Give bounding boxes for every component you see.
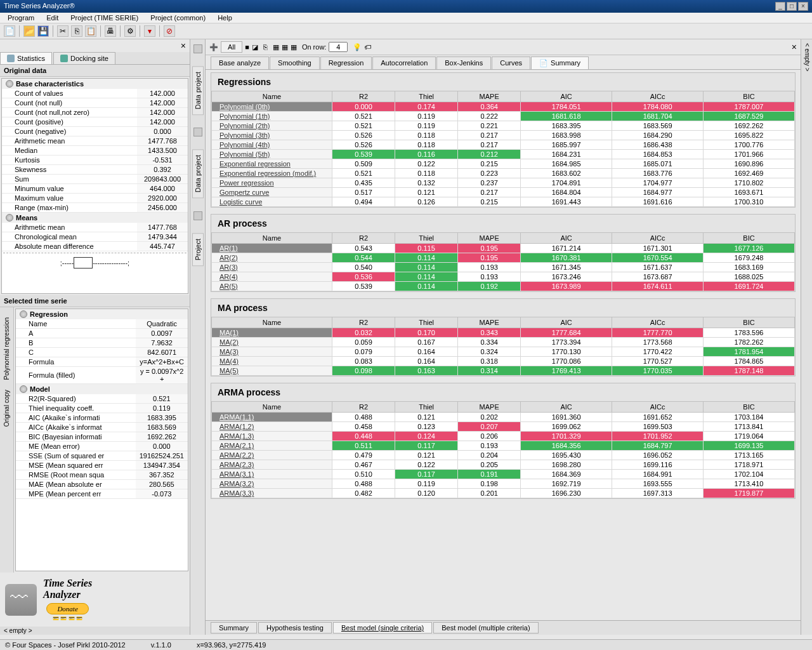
col-header[interactable]: Thiel <box>395 233 458 244</box>
toggle-icon[interactable]: ■ <box>245 43 249 51</box>
table-row[interactable]: Polynomial (4th)0.5260.1180.2171685.9971… <box>212 140 795 150</box>
sidecol-icon[interactable] <box>193 128 202 136</box>
col-header[interactable]: BIC <box>704 91 795 102</box>
vtab-project[interactable]: Project <box>192 233 204 266</box>
col-header[interactable]: AICc <box>612 317 704 328</box>
table-row[interactable]: Gompertz curve0.5170.1210.2171684.804168… <box>212 188 795 197</box>
col-header[interactable]: AIC <box>521 402 612 413</box>
vtab-data-project-1[interactable]: Data project <box>192 66 204 115</box>
tab-autocorrelation[interactable]: Autocorrelation <box>372 56 436 69</box>
col-header[interactable]: Thiel <box>395 402 458 413</box>
col-header[interactable]: BIC <box>704 233 795 244</box>
grid1-icon[interactable]: ▦ <box>273 43 279 51</box>
print-icon[interactable]: 🖶 <box>105 25 116 37</box>
table-row[interactable]: ARMA(1,3)0.4480.1240.2061701.3291701.952… <box>212 432 795 441</box>
stop-icon[interactable]: ⊘ <box>164 25 175 37</box>
table-row[interactable]: MA(1)0.0320.1700.3431777.6841777.7701783… <box>212 328 795 338</box>
add-icon[interactable]: ➕ <box>209 43 218 51</box>
gear-icon[interactable]: ⚙ <box>124 25 136 37</box>
table-row[interactable]: Power regression0.4350.1320.2371704.8911… <box>212 178 795 188</box>
table-row[interactable]: Exponential regression (modif.)0.5210.11… <box>212 169 795 178</box>
col-header[interactable]: BIC <box>704 317 795 328</box>
col-header[interactable]: AICc <box>612 402 704 413</box>
bottom-tab-1[interactable]: Hypothesis testing <box>258 622 332 633</box>
table-row[interactable]: Logistic curve0.4940.1260.2151691.443169… <box>212 197 795 207</box>
tab-summary[interactable]: 📄Summary <box>531 56 589 69</box>
tab-docking[interactable]: Docking site <box>53 52 115 64</box>
col-header[interactable]: R2 <box>332 91 395 102</box>
toggle2-icon[interactable]: ◪ <box>252 43 258 51</box>
grid3-icon[interactable]: ▦ <box>291 43 297 51</box>
col-header[interactable]: Name <box>212 91 332 102</box>
menu-edit[interactable]: Edit <box>41 13 63 23</box>
table-row[interactable]: ARMA(3,1)0.5100.1170.1911684.3691684.991… <box>212 470 795 479</box>
cut-icon[interactable]: ✂ <box>57 25 69 37</box>
table-row[interactable]: ARMA(3,3)0.4820.1200.2011696.2301697.313… <box>212 489 795 498</box>
col-header[interactable]: AICc <box>612 233 704 244</box>
copy2-icon[interactable]: ⎘ <box>263 43 268 51</box>
col-header[interactable]: Thiel <box>395 91 458 102</box>
table-row[interactable]: Polynomial (2th)0.5210.1190.2211683.3951… <box>212 121 795 131</box>
menu-program[interactable]: Program <box>3 13 39 23</box>
table-row[interactable]: MA(2)0.0590.1670.3341773.3941773.5681782… <box>212 338 795 347</box>
save-icon[interactable]: 💾 <box>37 25 49 37</box>
table-row[interactable]: ARMA(2,3)0.4670.1220.2051698.2801699.116… <box>212 460 795 470</box>
table-row[interactable]: AR(2)0.5440.1140.1951670.3811670.5541679… <box>212 253 795 263</box>
open-icon[interactable]: 📂 <box>23 25 35 37</box>
regression-header[interactable]: Regression <box>16 309 188 319</box>
close-button[interactable]: × <box>798 2 808 11</box>
bottom-tab-0[interactable]: Summary <box>211 622 257 633</box>
copy-icon[interactable]: ⎘ <box>71 25 82 37</box>
table-row[interactable]: AR(5)0.5390.1140.1921673.9891674.6111691… <box>212 282 795 291</box>
col-header[interactable]: MAPE <box>458 91 521 102</box>
menu-project-ts[interactable]: Project (TIME SERIE) <box>65 13 143 23</box>
tab-box-jenkins[interactable]: Box-Jenkins <box>436 56 491 69</box>
menu-help[interactable]: Help <box>213 13 237 23</box>
onrow-input[interactable] <box>329 42 348 52</box>
tab-curves[interactable]: Curves <box>492 56 530 69</box>
bottom-tab-3[interactable]: Best model (multiple criteria) <box>433 622 538 633</box>
tab-statistics[interactable]: Statistics <box>0 52 52 64</box>
col-header[interactable]: R2 <box>332 233 395 244</box>
bulb-icon[interactable]: 💡 <box>353 43 362 51</box>
table-row[interactable]: Polynomial (5th)0.5390.1160.2121684.2311… <box>212 150 795 159</box>
table-row[interactable]: MA(5)0.0980.1630.3141769.4131770.0351787… <box>212 366 795 376</box>
col-header[interactable]: R2 <box>332 317 395 328</box>
table-row[interactable]: AR(4)0.5360.1140.1931673.2461673.6871688… <box>212 272 795 282</box>
table-row[interactable]: Polynomial (1th)0.5210.1190.2221681.6181… <box>212 112 795 121</box>
col-header[interactable]: Name <box>212 233 332 244</box>
base-characteristics-header[interactable]: Base characteristics <box>2 79 188 89</box>
paste-icon[interactable]: 📋 <box>85 25 96 37</box>
model-header[interactable]: Model <box>16 384 188 394</box>
table-row[interactable]: AR(1)0.5430.1150.1951671.2141671.3011677… <box>212 244 795 253</box>
table-row[interactable]: ARMA(1,2)0.4580.1230.2071699.0621699.503… <box>212 422 795 432</box>
vtab-data-project-2[interactable]: Data project <box>192 149 204 198</box>
minimize-button[interactable]: _ <box>775 2 785 11</box>
means-header[interactable]: Means <box>2 213 188 223</box>
right-gutter[interactable]: < empty > <box>801 39 812 635</box>
pdf-icon[interactable]: ▾ <box>144 25 155 37</box>
table-row[interactable]: ARMA(2,2)0.4790.1210.2041695.4301696.052… <box>212 451 795 460</box>
table-row[interactable]: MA(3)0.0790.1640.3241770.1301770.4221781… <box>212 347 795 357</box>
sidecol-icon[interactable] <box>193 44 202 53</box>
vtab-original[interactable]: Original copy <box>3 386 11 430</box>
tab-base-analyze[interactable]: Base analyze <box>211 56 269 69</box>
tag-icon[interactable]: 🏷 <box>364 43 371 51</box>
maximize-button[interactable]: □ <box>787 2 797 11</box>
col-header[interactable]: AIC <box>521 233 612 244</box>
col-header[interactable]: R2 <box>332 402 395 413</box>
col-header[interactable]: AIC <box>521 91 612 102</box>
donate-button[interactable]: Donate <box>46 603 88 614</box>
table-row[interactable]: MA(4)0.0830.1640.3181770.0861770.5271784… <box>212 357 795 366</box>
col-header[interactable]: MAPE <box>458 402 521 413</box>
close-icon[interactable]: × <box>181 41 186 51</box>
col-header[interactable]: AICc <box>612 91 704 102</box>
table-row[interactable]: ARMA(2,1)0.5110.1170.1931684.3561684.797… <box>212 441 795 451</box>
vtab-polynomial[interactable]: Polynomial regression <box>3 314 11 383</box>
tab-regression[interactable]: Regression <box>320 56 372 69</box>
col-header[interactable]: MAPE <box>458 317 521 328</box>
col-header[interactable]: Thiel <box>395 317 458 328</box>
sidecol-icon[interactable] <box>193 211 202 220</box>
col-header[interactable]: AIC <box>521 317 612 328</box>
menu-project-common[interactable]: Project (common) <box>145 13 211 23</box>
